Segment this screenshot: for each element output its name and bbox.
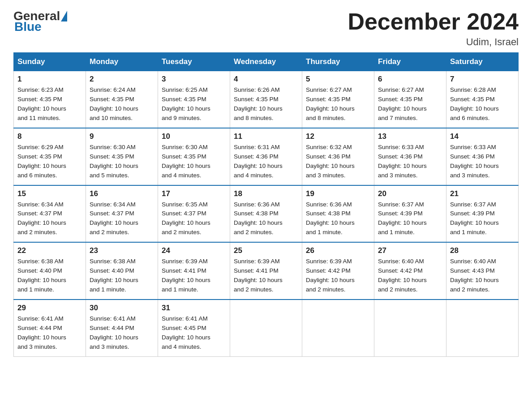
- day-info: Sunrise: 6:27 AM Sunset: 4:35 PM Dayligh…: [378, 86, 442, 123]
- title-block: December 2024 Udim, Israel: [348, 9, 519, 48]
- day-info: Sunrise: 6:36 AM Sunset: 4:38 PM Dayligh…: [306, 200, 370, 238]
- calendar-cell: 12 Sunrise: 6:32 AM Sunset: 4:36 PM Dayl…: [302, 128, 374, 185]
- calendar-cell: 26 Sunrise: 6:39 AM Sunset: 4:42 PM Dayl…: [302, 242, 374, 300]
- calendar-cell: [302, 300, 374, 356]
- day-number: 20: [378, 189, 442, 198]
- day-number: 13: [378, 132, 442, 141]
- day-number: 22: [17, 246, 82, 255]
- calendar-cell: 4 Sunrise: 6:26 AM Sunset: 4:35 PM Dayli…: [230, 71, 302, 128]
- day-info: Sunrise: 6:26 AM Sunset: 4:35 PM Dayligh…: [234, 86, 298, 123]
- day-number: 31: [162, 304, 226, 313]
- day-number: 16: [90, 189, 154, 198]
- day-number: 8: [17, 132, 82, 141]
- day-info: Sunrise: 6:33 AM Sunset: 4:36 PM Dayligh…: [450, 143, 515, 180]
- day-info: Sunrise: 6:38 AM Sunset: 4:40 PM Dayligh…: [17, 257, 82, 295]
- day-number: 1: [17, 75, 82, 84]
- calendar-cell: 18 Sunrise: 6:36 AM Sunset: 4:38 PM Dayl…: [230, 185, 302, 243]
- day-info: Sunrise: 6:41 AM Sunset: 4:44 PM Dayligh…: [90, 314, 154, 352]
- day-info: Sunrise: 6:27 AM Sunset: 4:35 PM Dayligh…: [306, 86, 370, 123]
- weekday-header-row: SundayMondayTuesdayWednesdayThursdayFrid…: [14, 53, 519, 71]
- calendar-cell: 10 Sunrise: 6:30 AM Sunset: 4:35 PM Dayl…: [158, 128, 230, 185]
- calendar-week-row: 22 Sunrise: 6:38 AM Sunset: 4:40 PM Dayl…: [14, 242, 519, 300]
- day-number: 3: [162, 75, 226, 84]
- calendar-cell: 15 Sunrise: 6:34 AM Sunset: 4:37 PM Dayl…: [14, 185, 86, 243]
- weekday-header-saturday: Saturday: [446, 53, 519, 71]
- weekday-header-wednesday: Wednesday: [230, 53, 302, 71]
- location-label: Udim, Israel: [348, 36, 519, 48]
- day-info: Sunrise: 6:25 AM Sunset: 4:35 PM Dayligh…: [162, 86, 226, 123]
- day-number: 10: [162, 132, 226, 141]
- calendar-cell: 20 Sunrise: 6:37 AM Sunset: 4:39 PM Dayl…: [374, 185, 446, 243]
- day-number: 30: [90, 304, 154, 313]
- day-info: Sunrise: 6:32 AM Sunset: 4:36 PM Dayligh…: [306, 143, 370, 180]
- day-number: 18: [234, 189, 298, 198]
- calendar-week-row: 8 Sunrise: 6:29 AM Sunset: 4:35 PM Dayli…: [14, 128, 519, 185]
- day-number: 15: [17, 189, 82, 198]
- calendar-cell: 7 Sunrise: 6:28 AM Sunset: 4:35 PM Dayli…: [446, 71, 519, 128]
- calendar-table: SundayMondayTuesdayWednesdayThursdayFrid…: [13, 52, 519, 356]
- day-number: 29: [17, 304, 82, 313]
- day-info: Sunrise: 6:40 AM Sunset: 4:42 PM Dayligh…: [378, 257, 442, 295]
- calendar-cell: [446, 300, 519, 356]
- weekday-header-thursday: Thursday: [302, 53, 374, 71]
- calendar-cell: [374, 300, 446, 356]
- day-number: 7: [450, 75, 515, 84]
- day-number: 19: [306, 189, 370, 198]
- day-number: 14: [450, 132, 515, 141]
- calendar-cell: 25 Sunrise: 6:39 AM Sunset: 4:41 PM Dayl…: [230, 242, 302, 300]
- calendar-cell: 29 Sunrise: 6:41 AM Sunset: 4:44 PM Dayl…: [14, 300, 86, 356]
- day-number: 12: [306, 132, 370, 141]
- day-info: Sunrise: 6:34 AM Sunset: 4:37 PM Dayligh…: [17, 200, 82, 238]
- day-number: 9: [90, 132, 154, 141]
- day-number: 5: [306, 75, 370, 84]
- calendar-week-row: 15 Sunrise: 6:34 AM Sunset: 4:37 PM Dayl…: [14, 185, 519, 243]
- calendar-cell: 3 Sunrise: 6:25 AM Sunset: 4:35 PM Dayli…: [158, 71, 230, 128]
- calendar-cell: 19 Sunrise: 6:36 AM Sunset: 4:38 PM Dayl…: [302, 185, 374, 243]
- weekday-header-friday: Friday: [374, 53, 446, 71]
- weekday-header-tuesday: Tuesday: [158, 53, 230, 71]
- day-info: Sunrise: 6:41 AM Sunset: 4:44 PM Dayligh…: [17, 314, 82, 352]
- day-number: 6: [378, 75, 442, 84]
- day-info: Sunrise: 6:36 AM Sunset: 4:38 PM Dayligh…: [234, 200, 298, 238]
- calendar-week-row: 1 Sunrise: 6:23 AM Sunset: 4:35 PM Dayli…: [14, 71, 519, 128]
- calendar-cell: 9 Sunrise: 6:30 AM Sunset: 4:35 PM Dayli…: [86, 128, 158, 185]
- calendar-week-row: 29 Sunrise: 6:41 AM Sunset: 4:44 PM Dayl…: [14, 300, 519, 356]
- day-info: Sunrise: 6:39 AM Sunset: 4:41 PM Dayligh…: [162, 257, 226, 295]
- day-info: Sunrise: 6:23 AM Sunset: 4:35 PM Dayligh…: [17, 86, 82, 123]
- day-info: Sunrise: 6:28 AM Sunset: 4:35 PM Dayligh…: [450, 86, 515, 123]
- day-number: 27: [378, 246, 442, 255]
- calendar-cell: 23 Sunrise: 6:38 AM Sunset: 4:40 PM Dayl…: [86, 242, 158, 300]
- calendar-cell: 14 Sunrise: 6:33 AM Sunset: 4:36 PM Dayl…: [446, 128, 519, 185]
- logo-blue-text: Blue: [14, 20, 67, 34]
- calendar-cell: 8 Sunrise: 6:29 AM Sunset: 4:35 PM Dayli…: [14, 128, 86, 185]
- day-info: Sunrise: 6:29 AM Sunset: 4:35 PM Dayligh…: [17, 143, 82, 180]
- day-info: Sunrise: 6:30 AM Sunset: 4:35 PM Dayligh…: [90, 143, 154, 180]
- calendar-cell: 17 Sunrise: 6:35 AM Sunset: 4:37 PM Dayl…: [158, 185, 230, 243]
- calendar-cell: 16 Sunrise: 6:34 AM Sunset: 4:37 PM Dayl…: [86, 185, 158, 243]
- calendar-cell: 6 Sunrise: 6:27 AM Sunset: 4:35 PM Dayli…: [374, 71, 446, 128]
- calendar-cell: 24 Sunrise: 6:39 AM Sunset: 4:41 PM Dayl…: [158, 242, 230, 300]
- calendar-cell: 5 Sunrise: 6:27 AM Sunset: 4:35 PM Dayli…: [302, 71, 374, 128]
- day-number: 17: [162, 189, 226, 198]
- day-number: 25: [234, 246, 298, 255]
- day-info: Sunrise: 6:40 AM Sunset: 4:43 PM Dayligh…: [450, 257, 515, 295]
- day-info: Sunrise: 6:33 AM Sunset: 4:36 PM Dayligh…: [378, 143, 442, 180]
- day-number: 11: [234, 132, 298, 141]
- weekday-header-sunday: Sunday: [14, 53, 86, 71]
- day-info: Sunrise: 6:24 AM Sunset: 4:35 PM Dayligh…: [90, 86, 154, 123]
- weekday-header-monday: Monday: [86, 53, 158, 71]
- calendar-cell: 21 Sunrise: 6:37 AM Sunset: 4:39 PM Dayl…: [446, 185, 519, 243]
- calendar-cell: 2 Sunrise: 6:24 AM Sunset: 4:35 PM Dayli…: [86, 71, 158, 128]
- page-header: General Blue December 2024 Udim, Israel: [13, 9, 519, 48]
- calendar-cell: 27 Sunrise: 6:40 AM Sunset: 4:42 PM Dayl…: [374, 242, 446, 300]
- day-info: Sunrise: 6:37 AM Sunset: 4:39 PM Dayligh…: [378, 200, 442, 238]
- calendar-cell: 11 Sunrise: 6:31 AM Sunset: 4:36 PM Dayl…: [230, 128, 302, 185]
- day-info: Sunrise: 6:31 AM Sunset: 4:36 PM Dayligh…: [234, 143, 298, 180]
- day-number: 28: [450, 246, 515, 255]
- day-number: 24: [162, 246, 226, 255]
- month-title: December 2024: [348, 9, 519, 34]
- calendar-cell: 22 Sunrise: 6:38 AM Sunset: 4:40 PM Dayl…: [14, 242, 86, 300]
- day-info: Sunrise: 6:30 AM Sunset: 4:35 PM Dayligh…: [162, 143, 226, 180]
- day-number: 26: [306, 246, 370, 255]
- day-number: 4: [234, 75, 298, 84]
